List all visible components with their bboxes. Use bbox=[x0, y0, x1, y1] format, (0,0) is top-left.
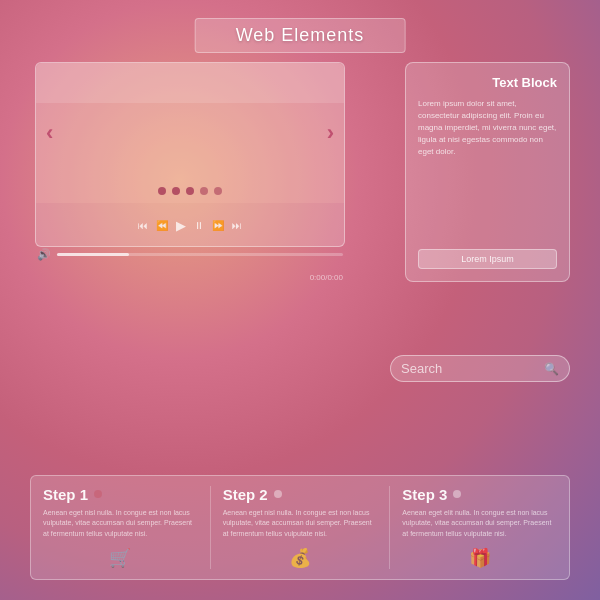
slideshow-inner: ‹ › bbox=[36, 63, 344, 203]
step-3-text: Aenean eget elit nulla. In congue est no… bbox=[402, 508, 557, 540]
background: Web Elements ‹ › ⏮ ⏪ ▶ ⏸ ⏩ ⏭ bbox=[0, 0, 600, 600]
media-controls-row: ⏮ ⏪ ▶ ⏸ ⏩ ⏭ bbox=[44, 216, 336, 235]
step-3-header: Step 3 bbox=[402, 486, 557, 503]
slide-dots bbox=[158, 187, 222, 195]
slide-dot-2[interactable] bbox=[172, 187, 180, 195]
steps-bar: Step 1 Aenean eget nisl nulla. In congue… bbox=[30, 475, 570, 581]
media-progress-area: 🔊 0:00/0:00 bbox=[35, 248, 345, 284]
time-label: 0:00/0:00 bbox=[310, 273, 343, 282]
step-3-item: Step 3 Aenean eget elit nulla. In congue… bbox=[390, 486, 569, 570]
text-block-body: Lorem ipsum dolor sit amet, consectetur … bbox=[418, 98, 557, 241]
step-2-header: Step 2 bbox=[223, 486, 378, 503]
slideshow-shine bbox=[36, 63, 344, 103]
step-3-title: Step 3 bbox=[402, 486, 447, 503]
slideshow-panel: ‹ › ⏮ ⏪ ▶ ⏸ ⏩ ⏭ bbox=[35, 62, 345, 247]
forward-button[interactable]: ⏩ bbox=[210, 218, 226, 233]
next-slide-button[interactable]: › bbox=[327, 120, 334, 146]
search-icon: 🔍 bbox=[544, 362, 559, 376]
progress-fill bbox=[57, 253, 129, 256]
slide-dot-5[interactable] bbox=[214, 187, 222, 195]
play-button[interactable]: ▶ bbox=[174, 216, 188, 235]
search-box: 🔍 bbox=[390, 355, 570, 382]
rewind-button[interactable]: ⏪ bbox=[154, 218, 170, 233]
step-1-text: Aenean eget nisl nulla. In congue est no… bbox=[43, 508, 198, 540]
slide-dot-4[interactable] bbox=[200, 187, 208, 195]
step-1-icon: 🛒 bbox=[43, 547, 198, 569]
step-2-dot bbox=[274, 490, 282, 498]
text-block-title: Text Block bbox=[418, 75, 557, 90]
step-2-item: Step 2 Aenean eget nisl nulla. In congue… bbox=[211, 486, 391, 570]
step-3-dot bbox=[453, 490, 461, 498]
step-1-dot bbox=[94, 490, 102, 498]
step-1-header: Step 1 bbox=[43, 486, 198, 503]
skip-forward-button[interactable]: ⏭ bbox=[230, 218, 244, 233]
slide-dot-1[interactable] bbox=[158, 187, 166, 195]
step-2-title: Step 2 bbox=[223, 486, 268, 503]
step-2-text: Aenean eget nisl nulla. In congue est no… bbox=[223, 508, 378, 540]
page-title: Web Elements bbox=[195, 18, 406, 53]
step-2-icon: 💰 bbox=[223, 547, 378, 569]
lorem-ipsum-button[interactable]: Lorem Ipsum bbox=[418, 249, 557, 269]
pause-button[interactable]: ⏸ bbox=[192, 218, 206, 233]
text-block-panel: Text Block Lorem ipsum dolor sit amet, c… bbox=[405, 62, 570, 282]
skip-back-button[interactable]: ⏮ bbox=[136, 218, 150, 233]
step-1-title: Step 1 bbox=[43, 486, 88, 503]
prev-slide-button[interactable]: ‹ bbox=[46, 120, 53, 146]
search-input[interactable] bbox=[401, 361, 538, 376]
slide-dot-3[interactable] bbox=[186, 187, 194, 195]
progress-bar-row: 🔊 bbox=[35, 248, 345, 261]
step-3-icon: 🎁 bbox=[402, 547, 557, 569]
volume-icon: 🔊 bbox=[37, 248, 51, 261]
step-1-item: Step 1 Aenean eget nisl nulla. In congue… bbox=[31, 486, 211, 570]
progress-track[interactable] bbox=[57, 253, 343, 256]
search-container: 🔍 bbox=[390, 355, 570, 382]
